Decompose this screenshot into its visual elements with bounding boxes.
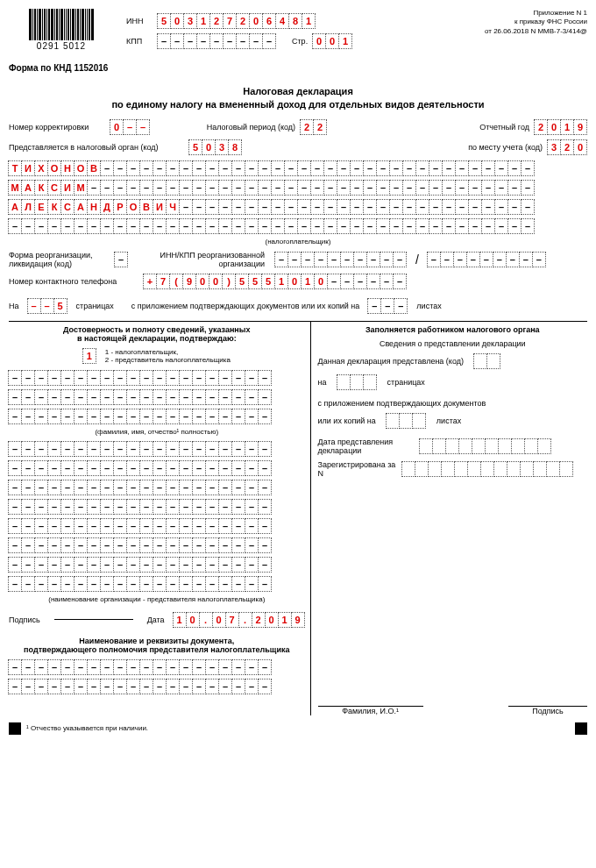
phone-label: Номер контактного телефона bbox=[9, 277, 138, 286]
left-h2: в настоящей декларации, подтверждаю: bbox=[9, 334, 305, 343]
inn-label: ИНН bbox=[126, 17, 153, 25]
sheets-label: листах bbox=[416, 302, 441, 310]
r-l1: Данная декларация представлена (код) bbox=[318, 357, 464, 366]
pages-cells[interactable]: ––5 bbox=[28, 298, 67, 314]
pages-a: На bbox=[9, 302, 19, 310]
reorg-kpp-cells[interactable]: ––––––––– bbox=[428, 252, 546, 267]
r-date-cells[interactable] bbox=[420, 438, 551, 454]
r-l2b: страницах bbox=[387, 378, 425, 387]
form-knd: Форма по КНД 1152016 bbox=[9, 63, 587, 73]
reorg-inn-cells[interactable]: –––––––––– bbox=[275, 252, 407, 267]
corr-label: Номер корректировки bbox=[9, 123, 105, 132]
period-label: Налоговый период (код) bbox=[190, 123, 295, 132]
left-org7[interactable]: –––––––––––––––––––– bbox=[9, 557, 305, 573]
reorg-inn-label: ИНН/КПП реорганизованной организации bbox=[142, 251, 265, 268]
taxpayer-note: (налогоплательщик) bbox=[9, 238, 587, 245]
barcode-number: 0291 5012 bbox=[37, 41, 86, 51]
kpp-cells[interactable]: ––––––––– bbox=[158, 33, 276, 49]
footnote: ¹ Отчество указывается при наличии. bbox=[26, 724, 148, 732]
r-l4b: листах bbox=[436, 416, 461, 425]
sign-label: Подпись bbox=[9, 615, 40, 624]
appendix-header: Приложение N 1 к приказу ФНС России от 2… bbox=[485, 9, 587, 51]
r-l3: с приложением подтверждающих документов bbox=[318, 399, 587, 408]
reorg-form-label: Форма реорганизации, ликвидация (код) bbox=[9, 251, 110, 268]
pages-b: страницах bbox=[76, 302, 114, 310]
att-cells[interactable]: ––– bbox=[368, 298, 408, 314]
r-l6: Зарегистрирована за N bbox=[318, 460, 397, 478]
r-l5: Дата представления декларации bbox=[318, 438, 415, 455]
left-org1[interactable]: –––––––––––––––––––– bbox=[9, 441, 305, 457]
phone-cells[interactable]: +7(900)5551010–––––– bbox=[144, 274, 407, 289]
str-label: Стр. bbox=[292, 37, 308, 46]
right-h: Заполняется работником налогового органа bbox=[318, 325, 587, 334]
left-org3[interactable]: –––––––––––––––––––– bbox=[9, 480, 305, 495]
place-cells[interactable]: 320 bbox=[548, 139, 587, 155]
right-sub: Сведения о представлении декларации bbox=[318, 339, 587, 348]
r-code-cells[interactable] bbox=[474, 353, 500, 369]
att-label: с приложением подтверждающих документов … bbox=[131, 302, 360, 310]
extra-row-cells[interactable]: –––––––––––––––––––––––––––––––––––––––– bbox=[9, 218, 587, 234]
left-org6[interactable]: –––––––––––––––––––– bbox=[9, 537, 305, 553]
left-fio2[interactable]: –––––––––––––––––––– bbox=[9, 389, 305, 405]
left-fio1[interactable]: –––––––––––––––––––– bbox=[9, 370, 305, 386]
organ-cells[interactable]: 5038 bbox=[189, 139, 242, 155]
doc-h1: Наименование и реквизиты документа, bbox=[9, 637, 305, 645]
left-org4[interactable]: –––––––––––––––––––– bbox=[9, 499, 305, 515]
r-reg-cells[interactable] bbox=[402, 461, 573, 477]
left-org2[interactable]: –––––––––––––––––––– bbox=[9, 460, 305, 476]
left-org5[interactable]: –––––––––––––––––––– bbox=[9, 518, 305, 534]
left-doc2[interactable]: –––––––––––––––––––– bbox=[9, 679, 305, 694]
left-doc1[interactable]: –––––––––––––––––––– bbox=[9, 659, 305, 675]
corner-mark-left bbox=[9, 722, 21, 735]
r-l4a: или их копий на bbox=[318, 416, 376, 425]
surname-cells[interactable]: ТИХОНОВ––––––––––––––––––––––––––––––––– bbox=[9, 160, 587, 176]
r-l2a: на bbox=[318, 378, 327, 387]
year-label: Отчетный год bbox=[479, 123, 529, 132]
str-cells[interactable]: 001 bbox=[313, 33, 352, 49]
date-cells[interactable]: 10.07.2019 bbox=[174, 612, 305, 628]
name-cells[interactable]: МАКСИМ–––––––––––––––––––––––––––––––––– bbox=[9, 180, 587, 196]
reorg-form-cell[interactable]: – bbox=[115, 252, 128, 267]
barcode: 0291 5012 bbox=[9, 9, 114, 51]
inn-cells[interactable]: 503127206481 bbox=[158, 13, 316, 29]
r-sign: Подпись bbox=[532, 707, 564, 715]
left-h1: Достоверность и полноту сведений, указан… bbox=[9, 325, 305, 334]
left-fio3[interactable]: –––––––––––––––––––– bbox=[9, 409, 305, 424]
r-fio: Фамилия, И.О.¹ bbox=[342, 707, 399, 715]
corr-cells[interactable]: 0–– bbox=[110, 119, 150, 135]
confirm-cell[interactable]: 1 bbox=[83, 348, 96, 364]
org-note: (наименование организации - представител… bbox=[9, 595, 305, 603]
fio-note: (фамилия, имя, отчество¹ полностью) bbox=[9, 428, 305, 436]
r-sheets-cells[interactable] bbox=[387, 413, 426, 429]
corner-mark-right bbox=[575, 722, 587, 735]
year-cells[interactable]: 2019 bbox=[535, 119, 587, 135]
doc-title: Налоговая декларация по единому налогу н… bbox=[9, 85, 587, 112]
left-org8[interactable]: –––––––––––––––––––– bbox=[9, 576, 305, 592]
date-label: Дата bbox=[147, 615, 165, 624]
doc-h2: подтверждающего полномочия представителя… bbox=[9, 645, 305, 654]
period-cells[interactable]: 22 bbox=[301, 119, 327, 135]
r-pages-cells[interactable] bbox=[337, 374, 377, 390]
organ-label: Представляется в налоговый орган (код) bbox=[9, 143, 184, 152]
kpp-label: КПП bbox=[126, 37, 153, 46]
place-label: по месту учета (код) bbox=[468, 143, 543, 152]
patronymic-cells[interactable]: АЛЕКСАНДРОВИЧ––––––––––––––––––––––––––– bbox=[9, 199, 587, 215]
